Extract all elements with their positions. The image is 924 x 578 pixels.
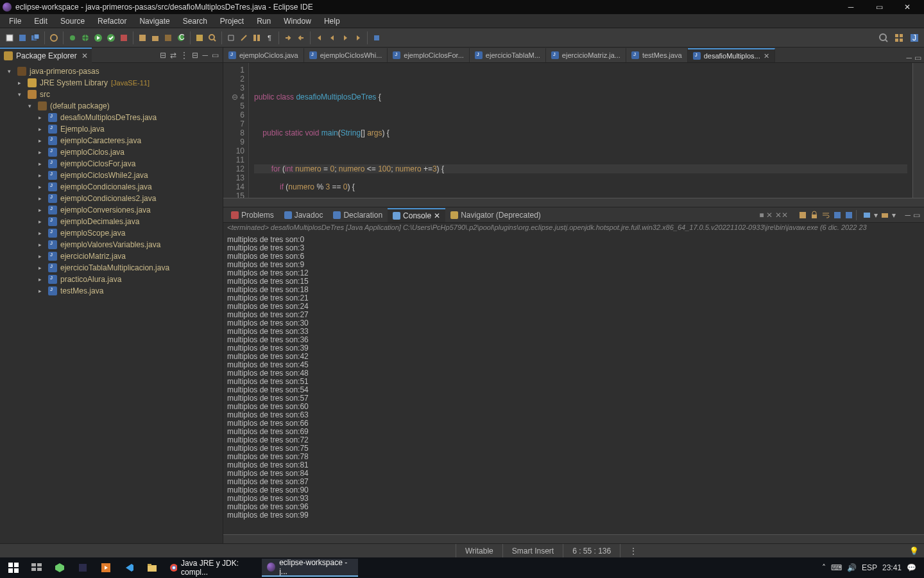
status-overflow-icon[interactable]: ⋮ xyxy=(620,544,646,557)
menu-run[interactable]: Run xyxy=(250,15,277,27)
show-console-icon[interactable] xyxy=(833,211,842,220)
forward-icon[interactable] xyxy=(339,32,351,44)
minimize-view-icon[interactable]: ─ xyxy=(202,51,208,60)
file-node[interactable]: ▸ejemploDecimales.java xyxy=(0,216,223,227)
show-whitespace-icon[interactable]: ¶ xyxy=(264,32,275,44)
volume-icon[interactable]: 🔊 xyxy=(847,563,857,572)
new-console-dropdown-icon[interactable]: ▾ xyxy=(892,211,896,220)
prev-annotation-icon[interactable] xyxy=(295,32,307,44)
vscode-icon[interactable] xyxy=(118,559,140,577)
bottom-tab-problems[interactable]: Problems xyxy=(226,208,279,222)
package-explorer-tab[interactable]: Package Explorer ✕ xyxy=(0,48,92,63)
display-console-icon[interactable] xyxy=(862,211,871,220)
clear-console-icon[interactable] xyxy=(798,211,807,220)
forward-history-icon[interactable] xyxy=(352,32,364,44)
horizontal-scrollbar[interactable] xyxy=(223,198,924,207)
console-output[interactable]: multiplos de tres son:0multiplos de tres… xyxy=(223,234,924,534)
search-icon[interactable] xyxy=(207,32,218,44)
system-tray[interactable]: ˄ ⌨ 🔊 ESP 23:41 💬 xyxy=(822,563,921,572)
view-menu-icon[interactable]: ⋮ xyxy=(180,51,188,60)
file-node[interactable]: ▸ejemploCondicionales.java xyxy=(0,181,223,193)
ext-tools-icon[interactable] xyxy=(137,32,148,44)
new-class-icon[interactable]: C xyxy=(175,32,187,44)
open-type-icon[interactable] xyxy=(48,32,60,44)
file-node[interactable]: ▸Ejemplo.java xyxy=(0,123,223,135)
editor-tab[interactable]: testMes.java xyxy=(626,48,688,62)
app-icon-2[interactable] xyxy=(72,559,94,577)
chrome-task[interactable]: Java JRE y JDK: compl... xyxy=(164,559,261,577)
skip-breakpoints-icon[interactable] xyxy=(67,32,78,44)
save-icon[interactable] xyxy=(17,32,28,44)
app-icon-1[interactable] xyxy=(49,559,71,577)
menu-help[interactable]: Help xyxy=(318,15,346,27)
file-node[interactable]: ▸desafioMultiplosDeTres.java xyxy=(0,112,223,123)
file-node[interactable]: ▸ejercicioTablaMultiplicacion.java xyxy=(0,262,223,274)
menu-project[interactable]: Project xyxy=(214,15,250,27)
new-java-project-icon[interactable] xyxy=(150,32,161,44)
menu-refactor[interactable]: Refactor xyxy=(91,15,133,27)
bottom-tab-navigator-deprecated-[interactable]: Navigator (Deprecated) xyxy=(445,208,546,222)
minimize-console-icon[interactable]: ─ xyxy=(905,211,911,220)
close-icon[interactable]: ✕ xyxy=(81,51,88,60)
remove-launch-icon[interactable]: ✕ xyxy=(766,211,773,220)
editor-tab[interactable]: ejemploCiclosFor... xyxy=(388,48,470,62)
close-button[interactable]: ✕ xyxy=(893,0,921,14)
java-perspective-icon[interactable]: J xyxy=(909,32,920,44)
file-node[interactable]: ▸ejemploCaracteres.java xyxy=(0,135,223,146)
menu-window[interactable]: Window xyxy=(277,15,318,27)
tray-chevron-icon[interactable]: ˄ xyxy=(822,563,826,572)
tip-icon[interactable]: 💡 xyxy=(904,547,924,556)
menu-edit[interactable]: Edit xyxy=(28,15,54,27)
file-node[interactable]: ▸ejemploValoresVariables.java xyxy=(0,239,223,250)
start-button[interactable] xyxy=(3,559,24,577)
last-edit-icon[interactable] xyxy=(238,32,250,44)
maximize-console-icon[interactable]: ▭ xyxy=(913,211,920,220)
network-icon[interactable]: ⌨ xyxy=(831,563,842,572)
pin-editor-icon[interactable] xyxy=(371,32,382,44)
word-wrap-icon[interactable] xyxy=(821,211,830,220)
media-player-icon[interactable] xyxy=(95,559,117,577)
code-editor[interactable]: 123⊖ 45678910111213141516 public class d… xyxy=(223,63,924,198)
console-hscroll[interactable] xyxy=(223,534,924,543)
file-node[interactable]: ▸ejemploCiclos.java xyxy=(0,146,223,158)
file-node[interactable]: ▸ejemploCondicionales2.java xyxy=(0,193,223,204)
open-task-icon[interactable] xyxy=(194,32,205,44)
explorer-icon[interactable] xyxy=(141,559,163,577)
minimize-editor-icon[interactable]: ─ xyxy=(906,53,912,62)
editor-tab[interactable]: ejercicioMatriz.ja... xyxy=(546,48,626,62)
new-icon[interactable] xyxy=(4,32,15,44)
eclipse-task[interactable]: eclipse-workspace - j... xyxy=(262,559,358,577)
editor-tab[interactable]: ejemploCiclosWhi... xyxy=(304,48,388,62)
code-area[interactable]: public class desafioMultiplosDeTres { pu… xyxy=(249,63,912,198)
file-node[interactable]: ▸practicoAlura.java xyxy=(0,274,223,285)
run-icon[interactable] xyxy=(92,32,104,44)
file-node[interactable]: ▸testMes.java xyxy=(0,285,223,297)
new-console-icon[interactable] xyxy=(880,211,889,220)
collapse-all-icon[interactable]: ⊟ xyxy=(160,51,166,60)
vertical-scrollbar[interactable] xyxy=(912,63,924,198)
debug-icon[interactable] xyxy=(80,32,91,44)
project-tree[interactable]: ▾java-primeros-pasas ▸JRE System Library… xyxy=(0,63,223,543)
package-node[interactable]: ▾(default package) xyxy=(0,100,223,112)
toggle-block-icon[interactable] xyxy=(251,32,262,44)
back-icon[interactable] xyxy=(314,32,325,44)
maximize-editor-icon[interactable]: ▭ xyxy=(914,53,921,62)
editor-tab[interactable]: ejemploCiclos.java xyxy=(223,48,304,62)
close-icon[interactable]: ✕ xyxy=(764,52,769,60)
pin-console-icon[interactable] xyxy=(844,211,853,220)
file-node[interactable]: ▸ejemploCiclosFor.java xyxy=(0,158,223,170)
menu-file[interactable]: File xyxy=(3,15,28,27)
editor-tab[interactable]: desafioMultiplos...✕ xyxy=(688,48,775,62)
filters-icon[interactable]: ⊟ xyxy=(192,51,198,60)
console-dropdown-icon[interactable]: ▾ xyxy=(874,211,878,220)
file-node[interactable]: ▸ejemploScope.java xyxy=(0,227,223,239)
terminate-icon[interactable]: ■ xyxy=(759,211,764,220)
clock[interactable]: 23:41 xyxy=(882,563,902,572)
menu-source[interactable]: Source xyxy=(54,15,91,27)
maximize-button[interactable]: ▭ xyxy=(865,0,893,14)
bottom-tab-javadoc[interactable]: Javadoc xyxy=(279,208,329,222)
src-node[interactable]: ▾src xyxy=(0,89,223,100)
close-icon[interactable]: ✕ xyxy=(434,211,440,220)
open-perspective-icon[interactable] xyxy=(893,32,905,44)
quick-access-icon[interactable] xyxy=(878,32,889,44)
